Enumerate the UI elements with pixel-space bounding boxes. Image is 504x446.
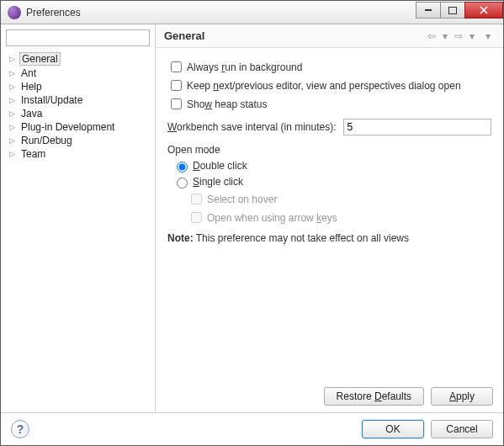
save-interval-label: Workbench save interval (in minutes): — [167, 121, 337, 133]
select-on-hover-row: Select on hover — [188, 191, 491, 207]
sidebar-item-ant[interactable]: ▷Ant — [6, 66, 150, 80]
sidebar-item-label: Ant — [19, 67, 38, 79]
open-arrow-keys-checkbox — [191, 212, 202, 223]
sidebar: ▷General▷Ant▷Help▷Install/Update▷Java▷Pl… — [1, 24, 156, 412]
ok-button[interactable]: OK — [362, 420, 424, 438]
sidebar-item-team[interactable]: ▷Team — [6, 147, 150, 161]
sidebar-item-label: Install/Update — [19, 94, 84, 106]
sidebar-item-run-debug[interactable]: ▷Run/Debug — [6, 134, 150, 147]
keep-editor-dialog-row: Keep next/previous editor, view and pers… — [167, 77, 491, 93]
single-click-row: Single click — [172, 175, 491, 188]
single-click-radio[interactable] — [177, 178, 188, 188]
titlebar[interactable]: Preferences — [1, 1, 503, 24]
open-arrow-keys-label: Open when using arrow keys — [207, 212, 337, 224]
sidebar-item-label: Team — [19, 148, 47, 160]
restore-defaults-button[interactable]: Restore Defaults — [324, 387, 424, 406]
back-menu-icon[interactable]: ▾ — [439, 30, 451, 42]
expand-icon[interactable]: ▷ — [9, 136, 18, 145]
page-title: General — [164, 29, 425, 42]
page-button-bar: Restore Defaults Apply — [156, 380, 503, 412]
sidebar-item-install-update[interactable]: ▷Install/Update — [6, 93, 150, 107]
show-heap-checkbox[interactable] — [171, 98, 182, 109]
forward-icon[interactable]: ⇨ — [453, 30, 464, 42]
apply-button[interactable]: Apply — [431, 387, 493, 406]
always-run-background-row: Always run in background — [167, 59, 491, 75]
preferences-window: Preferences ▷General▷Ant▷Help▷Install/Up… — [0, 0, 504, 446]
sidebar-item-label: Help — [19, 81, 44, 93]
maximize-button[interactable] — [440, 2, 465, 19]
sidebar-item-label: Run/Debug — [19, 135, 74, 146]
always-run-background-checkbox[interactable] — [171, 61, 182, 72]
forward-menu-icon[interactable]: ▾ — [466, 30, 478, 42]
save-interval-row: Workbench save interval (in minutes): — [167, 119, 491, 135]
back-icon[interactable]: ⇦ — [426, 30, 438, 42]
help-icon[interactable]: ? — [11, 420, 29, 438]
note-text: Note: This preference may not take effec… — [167, 232, 491, 244]
double-click-radio[interactable] — [177, 162, 188, 173]
open-arrow-keys-row: Open when using arrow keys — [188, 210, 491, 226]
app-icon — [8, 6, 21, 19]
keep-editor-dialog-label[interactable]: Keep next/previous editor, view and pers… — [187, 80, 461, 92]
sidebar-item-plug-in-development[interactable]: ▷Plug-in Development — [6, 120, 150, 134]
view-menu-icon[interactable]: ▾ — [482, 30, 494, 42]
single-click-label[interactable]: Single click — [193, 176, 243, 188]
expand-icon[interactable]: ▷ — [9, 55, 18, 63]
category-tree: ▷General▷Ant▷Help▷Install/Update▷Java▷Pl… — [6, 51, 150, 407]
show-heap-row: Show heap status — [167, 96, 491, 112]
select-on-hover-checkbox — [191, 194, 202, 204]
cancel-button[interactable]: Cancel — [431, 420, 493, 438]
double-click-label[interactable]: Double click — [193, 160, 247, 172]
keep-editor-dialog-checkbox[interactable] — [171, 80, 182, 91]
select-on-hover-label: Select on hover — [207, 194, 277, 205]
close-button[interactable] — [464, 2, 503, 19]
expand-icon[interactable]: ▷ — [9, 96, 18, 104]
show-heap-label[interactable]: Show heap status — [187, 98, 267, 110]
dialog-button-bar: ? OK Cancel — [1, 412, 503, 445]
minimize-button[interactable] — [416, 2, 441, 19]
sidebar-item-label: General — [19, 52, 61, 66]
always-run-background-label[interactable]: Always run in background — [187, 61, 302, 73]
save-interval-input[interactable] — [343, 119, 491, 135]
sidebar-item-general[interactable]: ▷General — [6, 51, 150, 66]
expand-icon[interactable]: ▷ — [9, 150, 18, 158]
sidebar-item-label: Plug-in Development — [19, 121, 116, 133]
expand-icon[interactable]: ▷ — [9, 69, 18, 77]
expand-icon[interactable]: ▷ — [9, 123, 18, 131]
expand-icon[interactable]: ▷ — [9, 109, 18, 118]
sidebar-item-label: Java — [19, 108, 44, 119]
sidebar-item-help[interactable]: ▷Help — [6, 80, 150, 93]
filter-input[interactable] — [6, 29, 150, 46]
open-mode-group-label: Open mode — [167, 144, 491, 156]
double-click-row: Double click — [172, 159, 491, 173]
window-title: Preferences — [26, 7, 416, 19]
sidebar-item-java[interactable]: ▷Java — [6, 107, 150, 120]
main-panel: General ⇦ ▾ ⇨ ▾ ▾ Always run in backgrou… — [156, 24, 503, 412]
expand-icon[interactable]: ▷ — [9, 82, 18, 91]
